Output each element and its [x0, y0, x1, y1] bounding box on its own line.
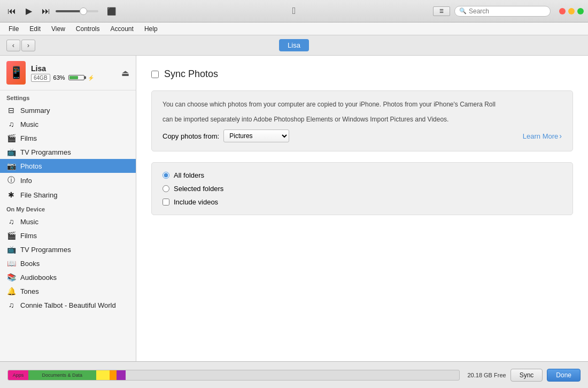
sidebar-item-tv2[interactable]: 📺 TV Programmes: [0, 242, 136, 256]
device-header: 📱 Lisa 64GB 63% ⚡ ⏏: [0, 56, 136, 90]
main-layout: 📱 Lisa 64GB 63% ⚡ ⏏: [0, 56, 588, 361]
minimize-button[interactable]: [568, 8, 575, 14]
sidebar-item-connie[interactable]: ♫ Connie Talbot - Beautiful World: [0, 298, 136, 312]
sidebar-item-films[interactable]: 🎬 Films: [0, 131, 136, 145]
tones-icon: 🔔: [6, 287, 16, 295]
apple-logo: : [292, 5, 296, 17]
device-name: Lisa: [31, 64, 94, 73]
rewind-button[interactable]: ⏮: [4, 4, 19, 19]
storage-apps-label: Apps: [13, 372, 24, 378]
sidebar-label-photos: Photos: [20, 162, 42, 170]
done-button[interactable]: Done: [547, 369, 581, 382]
music-icon: ♫: [6, 120, 16, 128]
sidebar-item-music2[interactable]: ♫ Music: [0, 215, 136, 229]
learn-more-chevron: ›: [559, 132, 562, 140]
sync-checkbox[interactable]: [151, 71, 159, 78]
menu-file[interactable]: File: [4, 24, 23, 34]
sidebar-item-tv[interactable]: 📺 TV Programmes: [0, 145, 136, 159]
copy-from-label: Copy photos from:: [163, 132, 219, 140]
sidebar-item-summary[interactable]: ⊟ Summary: [0, 103, 136, 117]
films2-icon: 🎬: [6, 231, 16, 240]
volume-slider[interactable]: [56, 10, 98, 12]
audiobooks-icon: 📚: [6, 273, 16, 282]
storage-apps: Apps: [8, 370, 28, 380]
menu-edit[interactable]: Edit: [25, 24, 45, 34]
music2-icon: ♫: [6, 217, 16, 226]
device-details: Lisa 64GB 63% ⚡: [31, 64, 94, 82]
battery-percent: 63%: [53, 74, 65, 81]
sidebar-item-info[interactable]: ⓘ Info: [0, 173, 136, 188]
sidebar: 📱 Lisa 64GB 63% ⚡ ⏏: [0, 56, 136, 361]
info-text-1: You can choose which photos from your co…: [163, 100, 562, 109]
storage-seg5: [117, 370, 126, 380]
books-icon: 📖: [6, 259, 16, 268]
sidebar-item-tones[interactable]: 🔔 Tones: [0, 284, 136, 298]
volume-thumb: [80, 7, 87, 15]
storage-docs: Documents & Data: [28, 370, 96, 380]
device-badge[interactable]: Lisa: [279, 39, 309, 51]
sidebar-label-connie: Connie Talbot - Beautiful World: [20, 301, 116, 309]
selected-folders-radio[interactable]: [163, 185, 169, 192]
copy-from-row: Copy photos from: Pictures iPhoto Apertu…: [163, 130, 562, 142]
sidebar-label-music: Music: [20, 120, 38, 128]
battery-bar: [68, 75, 84, 80]
all-folders-row[interactable]: All folders: [163, 171, 562, 179]
filesharing-icon: ✱: [6, 191, 16, 199]
bottom-bar: Apps Documents & Data 20.18 GB Free Sync…: [0, 361, 588, 388]
battery-charge-icon: ⚡: [88, 75, 94, 81]
sidebar-label-audiobooks: Audiobooks: [20, 273, 57, 282]
sidebar-label-tv2: TV Programmes: [20, 246, 71, 254]
sidebar-item-filesharing[interactable]: ✱ File Sharing: [0, 188, 136, 202]
on-device-section-label: On My Device: [0, 202, 136, 215]
sidebar-item-photos[interactable]: 📷 Photos: [0, 159, 136, 173]
storage-seg4: [110, 370, 117, 380]
learn-more-link[interactable]: Learn More ›: [523, 132, 562, 140]
battery-fill: [69, 76, 78, 79]
menu-help[interactable]: Help: [140, 24, 162, 34]
forward-button[interactable]: ›: [21, 40, 35, 51]
include-videos-checkbox[interactable]: [163, 199, 169, 206]
airplay-button[interactable]: ⬛: [103, 3, 120, 20]
eject-button[interactable]: ⏏: [121, 68, 129, 78]
search-box: 🔍: [454, 6, 551, 17]
search-icon: 🔍: [459, 7, 467, 14]
sidebar-label-info: Info: [20, 177, 32, 185]
back-button[interactable]: ‹: [6, 40, 20, 51]
list-view-button[interactable]: ☰: [433, 6, 450, 16]
title-bar: ⏮ ▶ ⏭ ⬛  ☰ 🔍: [0, 0, 588, 22]
info-text-2: can be imported separately into Adobe Ph…: [163, 115, 562, 124]
sync-photos-title: Sync Photos: [164, 69, 218, 80]
sidebar-label-tv: TV Programmes: [20, 148, 71, 156]
search-input[interactable]: [469, 7, 546, 15]
all-folders-radio[interactable]: [163, 172, 169, 179]
sidebar-item-audiobooks[interactable]: 📚 Audiobooks: [0, 270, 136, 284]
sidebar-item-books[interactable]: 📖 Books: [0, 256, 136, 270]
sidebar-label-films: Films: [20, 134, 37, 142]
copy-from-select[interactable]: Pictures iPhoto Aperture Choose Folder..…: [223, 130, 289, 142]
sidebar-item-music[interactable]: ♫ Music: [0, 117, 136, 131]
sidebar-label-films2: Films: [20, 232, 37, 240]
sidebar-item-films2[interactable]: 🎬 Films: [0, 229, 136, 242]
sync-photos-header: Sync Photos: [151, 69, 573, 80]
maximize-button[interactable]: [577, 8, 584, 14]
play-button[interactable]: ▶: [21, 4, 36, 19]
close-button[interactable]: [559, 8, 566, 14]
nav-bar: ‹ › Lisa: [0, 35, 588, 56]
storage-bar: Apps Documents & Data: [7, 370, 460, 381]
info-icon: ⓘ: [6, 176, 16, 185]
menu-controls[interactable]: Controls: [72, 24, 104, 34]
menu-view[interactable]: View: [47, 24, 69, 34]
sync-button[interactable]: Sync: [510, 369, 543, 382]
playback-controls: ⏮ ▶ ⏭ ⬛: [4, 3, 120, 20]
info-box: You can choose which photos from your co…: [151, 90, 573, 151]
photos-icon: 📷: [6, 162, 16, 170]
sidebar-label-summary: Summary: [20, 106, 50, 115]
films-icon: 🎬: [6, 134, 16, 142]
selected-folders-row[interactable]: Selected folders: [163, 185, 562, 193]
connie-icon: ♫: [6, 301, 16, 309]
include-videos-row[interactable]: Include videos: [163, 198, 562, 206]
include-videos-label: Include videos: [174, 198, 218, 206]
fast-forward-button[interactable]: ⏭: [38, 4, 53, 19]
selected-folders-label: Selected folders: [174, 185, 223, 193]
menu-account[interactable]: Account: [106, 24, 138, 34]
